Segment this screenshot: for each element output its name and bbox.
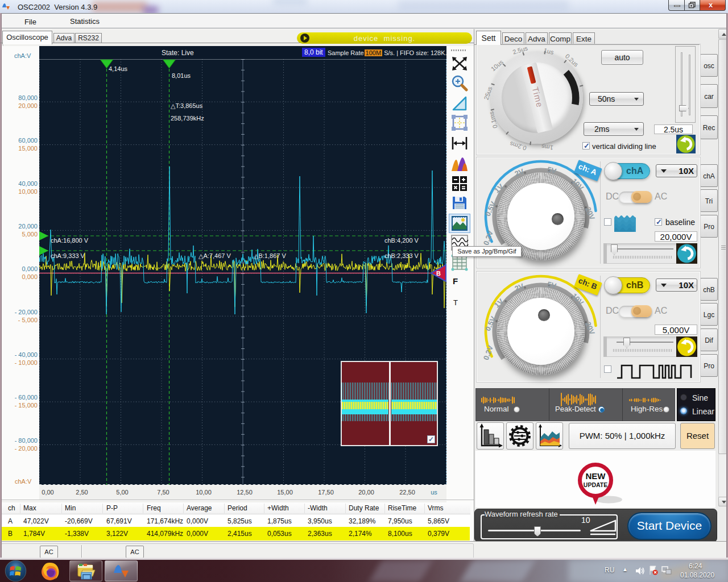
svg-text:NEW: NEW — [586, 471, 606, 481]
svg-text:B: B — [436, 270, 441, 277]
svg-text:UPDATE: UPDATE — [584, 481, 607, 488]
